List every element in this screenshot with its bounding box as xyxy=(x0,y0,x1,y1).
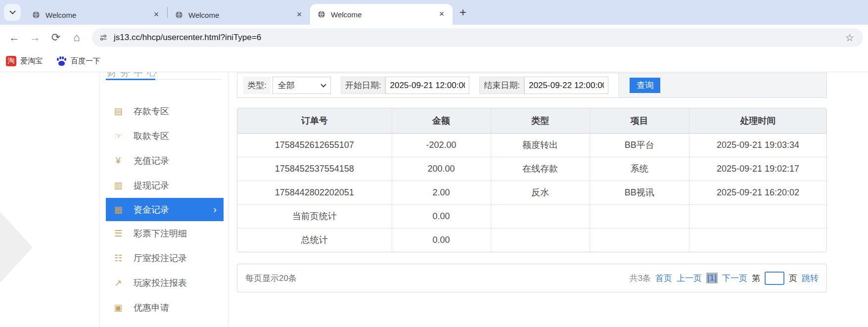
sidebar-item-label: 彩票下注明细 xyxy=(134,228,187,239)
sidebar-item-withdrawal-record[interactable]: ▥ 提现记录 xyxy=(100,173,228,198)
pagination-bar: 每页显示20条 共3条 首页 上一页 [1] 下一页 第 页 跳转 xyxy=(237,264,827,292)
reload-icon[interactable]: ⟳ xyxy=(46,28,65,47)
first-page-link[interactable]: 首页 xyxy=(655,273,672,284)
cell-order-id: 1758452537554158 xyxy=(237,157,392,181)
col-process-time: 处理时间 xyxy=(689,108,826,133)
bookmark-taobao[interactable]: 淘 爱淘宝 xyxy=(6,56,43,66)
sidebar-item-label: 优惠申请 xyxy=(134,302,169,314)
start-date-input[interactable] xyxy=(385,77,469,94)
chevron-right-icon: › xyxy=(213,204,217,215)
address-bar[interactable]: js13.cc/hhcp/usercenter.html?iniType=6 ☆ xyxy=(92,28,863,47)
end-date-input[interactable] xyxy=(524,77,608,94)
records-table: 订单号 金额 类型 项目 处理时间 1758452612655107 -202.… xyxy=(237,108,827,252)
browser-toolbar: ← → ⟳ ⌂ js13.cc/hhcp/usercenter.html?ini… xyxy=(0,25,868,50)
cell-amount: 2.00 xyxy=(392,181,491,204)
sidebar-item-player-bet-report[interactable]: ↗ 玩家投注报表 xyxy=(100,271,228,295)
end-date-label: 结束日期: xyxy=(479,77,524,94)
list-icon: ☰ xyxy=(112,228,125,239)
close-icon[interactable]: × xyxy=(150,9,162,21)
sidebar-item-lottery-bet-detail[interactable]: ☰ 彩票下注明细 xyxy=(100,221,228,246)
globe-icon xyxy=(317,10,326,19)
tab-title: Welcome xyxy=(188,11,293,19)
back-icon[interactable]: ← xyxy=(5,28,24,47)
sidebar-item-withdraw-zone[interactable]: ☞ 取款专区 xyxy=(100,124,228,148)
banknotes-icon: ▦ xyxy=(112,204,125,215)
cell-amount: 200.00 xyxy=(392,157,491,181)
sidebar-item-hall-bet-record[interactable]: ☷ 厅室投注记录 xyxy=(100,246,228,271)
cell-process-time: 2025-09-21 19:03:34 xyxy=(689,133,826,157)
money-bag-icon: ¥ xyxy=(112,156,125,166)
table-row-page-summary: 当前页统计 0.00 xyxy=(237,204,826,228)
next-page-link[interactable]: 下一页 xyxy=(722,273,747,284)
table-row: 1758452537554158 200.00 在线存款 系统 2025-09-… xyxy=(237,157,826,181)
cell-amount: 0.00 xyxy=(392,204,491,228)
cell-process-time: 2025-09-21 19:02:17 xyxy=(689,157,826,181)
baidu-paw-icon xyxy=(56,56,67,66)
web-page: 财务中心 ▤ 存款专区 ☞ 取款专区 ¥ 充值记录 ▥ xyxy=(0,72,868,327)
filter-bar: 类型: 全部 开始日期: 结束日期: 查询 xyxy=(237,73,827,98)
browser-tab-3-active[interactable]: Welcome × xyxy=(310,4,453,25)
sidebar-item-promo-apply[interactable]: ▣ 优惠申请 xyxy=(100,295,228,320)
col-amount: 金额 xyxy=(392,108,491,133)
tab-title: Welcome xyxy=(331,10,436,19)
browser-tab-2[interactable]: Welcome × xyxy=(168,5,310,25)
cell-summary-label: 总统计 xyxy=(237,228,392,252)
new-tab-button[interactable]: + xyxy=(456,5,470,20)
table-header-row: 订单号 金额 类型 项目 处理时间 xyxy=(237,108,826,133)
sidebar-item-label: 提现记录 xyxy=(134,180,169,191)
sidebar-item-label: 存款专区 xyxy=(134,105,169,117)
close-icon[interactable]: × xyxy=(436,8,448,20)
jump-suffix-label: 页 xyxy=(789,273,797,284)
type-select-value: 全部 xyxy=(278,80,295,91)
chart-icon: ↗ xyxy=(112,278,125,288)
sidebar-item-label: 玩家投注报表 xyxy=(134,277,187,289)
sidebar: 财务中心 ▤ 存款专区 ☞ 取款专区 ¥ 充值记录 ▥ xyxy=(99,72,228,327)
cell-amount: -202.00 xyxy=(392,133,491,157)
sidebar-header[interactable]: 财务中心 xyxy=(107,72,228,77)
tab-title: Welcome xyxy=(46,11,150,19)
sidebar-item-funds-record[interactable]: ▦ 资金记录 › xyxy=(106,198,224,221)
watermark-triangle xyxy=(0,212,33,283)
cell-order-id: 1758452612655107 xyxy=(237,133,392,157)
page-number-input[interactable] xyxy=(765,272,784,285)
pagination-controls: 共3条 首页 上一页 [1] 下一页 第 页 跳转 xyxy=(625,272,819,285)
url-text: js13.cc/hhcp/usercenter.html?iniType=6 xyxy=(114,33,843,43)
page-size-label: 每页显示20条 xyxy=(245,273,297,284)
gift-ticket-icon: ▣ xyxy=(112,302,125,313)
bookmarks-bar: 淘 爱淘宝 百度一下 xyxy=(0,50,868,72)
table-row-total-summary: 总统计 0.00 xyxy=(237,228,826,252)
taobao-icon: 淘 xyxy=(6,56,16,66)
type-filter-label: 类型: xyxy=(243,77,271,94)
sidebar-item-label: 充值记录 xyxy=(134,155,169,167)
cell-project: BB视讯 xyxy=(590,181,689,204)
browser-tab-1[interactable]: Welcome × xyxy=(25,5,167,25)
jump-link[interactable]: 跳转 xyxy=(802,273,819,284)
bookmark-baidu[interactable]: 百度一下 xyxy=(56,56,100,66)
globe-icon xyxy=(32,10,41,19)
cell-process-time: 2025-09-21 16:20:02 xyxy=(689,181,826,204)
cell-project: 系统 xyxy=(590,157,689,181)
close-icon[interactable]: × xyxy=(293,9,305,21)
cell-type: 在线存款 xyxy=(491,157,590,181)
bookmark-star-icon[interactable]: ☆ xyxy=(843,32,856,44)
prev-page-link[interactable]: 上一页 xyxy=(677,273,702,284)
search-button[interactable]: 查询 xyxy=(630,78,660,93)
tab-search-button[interactable] xyxy=(4,4,21,21)
cell-amount: 0.00 xyxy=(392,228,491,252)
sidebar-item-deposit-zone[interactable]: ▤ 存款专区 xyxy=(100,99,228,124)
site-settings-icon xyxy=(99,33,108,42)
chevron-down-icon xyxy=(9,8,16,14)
forward-icon[interactable]: → xyxy=(26,28,45,47)
sidebar-header-label: 财务中心 xyxy=(107,72,228,77)
current-page-indicator: [1] xyxy=(706,273,718,283)
home-icon[interactable]: ⌂ xyxy=(67,28,86,47)
deposit-card-icon: ▤ xyxy=(112,106,125,117)
col-project: 项目 xyxy=(590,108,689,133)
browser-window: Welcome × Welcome × Welcome × + ← → ⟳ ⌂ … xyxy=(0,0,868,327)
chevron-down-icon xyxy=(320,82,326,87)
type-select[interactable]: 全部 xyxy=(273,77,331,94)
hand-money-icon: ☞ xyxy=(112,131,125,141)
grid-list-icon: ☷ xyxy=(112,253,125,264)
sidebar-item-recharge-record[interactable]: ¥ 充值记录 xyxy=(100,148,228,173)
cell-order-id: 1758442802202051 xyxy=(237,181,392,204)
